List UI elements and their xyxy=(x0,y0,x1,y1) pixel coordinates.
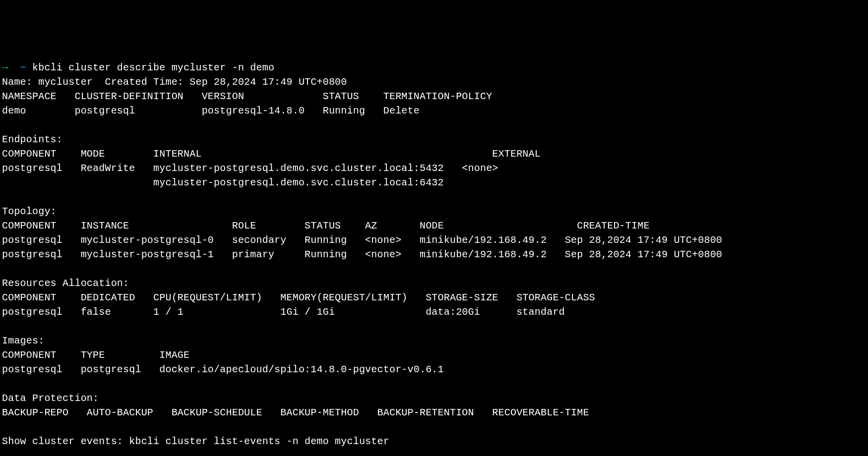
topology-title: Topology: xyxy=(2,206,57,217)
endpoints-headers: COMPONENT MODE INTERNAL EXTERNAL xyxy=(2,148,541,160)
dataprotection-title: Data Protection: xyxy=(2,393,99,404)
prompt-arrow-icon: → xyxy=(2,62,8,73)
resources-headers: COMPONENT DEDICATED CPU(REQUEST/LIMIT) M… xyxy=(2,292,595,303)
dataprotection-headers: BACKUP-REPO AUTO-BACKUP BACKUP-SCHEDULE … xyxy=(2,407,589,418)
topology-headers: COMPONENT INSTANCE ROLE STATUS AZ NODE C… xyxy=(2,220,650,231)
images-title: Images: xyxy=(2,335,44,346)
cluster-header: Name: mycluster Created Time: Sep 28,202… xyxy=(2,76,347,88)
resources-title: Resources Allocation: xyxy=(2,278,129,289)
topology-row-2: postgresql mycluster-postgresql-1 primar… xyxy=(2,249,722,260)
images-row: postgresql postgresql docker.io/apecloud… xyxy=(2,364,444,375)
resources-row: postgresql false 1 / 1 1Gi / 1Gi data:20… xyxy=(2,306,565,318)
endpoints-row-1: postgresql ReadWrite mycluster-postgresq… xyxy=(2,163,498,174)
topology-row-1: postgresql mycluster-postgresql-0 second… xyxy=(2,234,722,246)
images-headers: COMPONENT TYPE IMAGE xyxy=(2,349,189,361)
prompt-tilde: ~ xyxy=(20,62,26,73)
command-text: kbcli cluster describe mycluster -n demo xyxy=(32,62,274,73)
terminal-output: → ~ kbcli cluster describe mycluster -n … xyxy=(2,60,866,449)
summary-headers: NAMESPACE CLUSTER-DEFINITION VERSION STA… xyxy=(2,91,492,102)
summary-row: demo postgresql postgresql-14.8.0 Runnin… xyxy=(2,105,420,116)
endpoints-row-2: mycluster-postgresql.demo.svc.cluster.lo… xyxy=(2,177,444,188)
endpoints-title: Endpoints: xyxy=(2,134,62,145)
footer-hint: Show cluster events: kbcli cluster list-… xyxy=(2,436,389,447)
